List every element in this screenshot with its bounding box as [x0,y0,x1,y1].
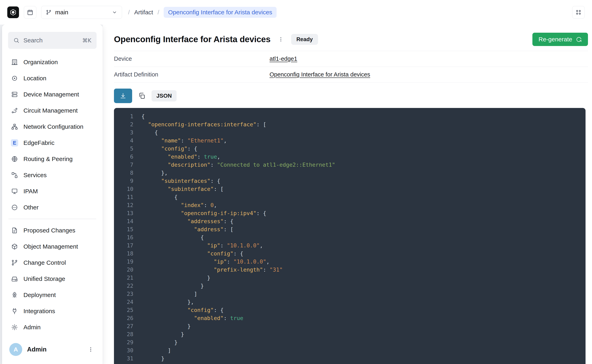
copy-button[interactable] [138,92,146,99]
code-text: "ip": "10.1.0.0", [133,241,263,250]
code-text: "subinterface": [ [133,185,223,193]
code-text: "enabled": true [133,314,243,322]
calendar-button[interactable] [24,6,36,19]
sidebar-item-routing-peering[interactable]: Routing & Peering [8,151,97,167]
breadcrumb-separator: / [128,9,130,16]
sidebar-item-ipam[interactable]: IPAM [8,183,97,199]
line-number: 18 [114,250,133,258]
sidebar-item-circuit-management[interactable]: Circuit Management [8,103,97,119]
app-logo[interactable] [7,6,19,18]
sidebar-item-integrations[interactable]: Integrations [8,303,97,319]
sidebar-item-label: Object Management [23,243,78,250]
line-number: 10 [114,185,133,193]
cube-icon [11,243,18,250]
sidebar-item-edgefabric[interactable]: EEdgeFabric [8,135,97,151]
code-text: { [133,234,204,241]
code-text: "addresses": { [133,217,233,225]
code-text: { [133,193,178,201]
code-text: } [133,330,184,338]
code-text: "subinterfaces": { [133,177,220,185]
sidebar-item-device-management[interactable]: Device Management [8,86,97,103]
sidebar-item-object-management[interactable]: Object Management [8,239,97,255]
sidebar-item-deployment[interactable]: Deployment [8,287,97,303]
apps-grid-button[interactable] [572,6,585,19]
download-button[interactable] [114,89,132,103]
chevron-down-icon [112,9,117,15]
user-name: Admin [27,346,81,353]
other-icon [11,204,18,211]
sidebar-item-unified-storage[interactable]: Unified Storage [8,271,97,287]
code-line: 14 "addresses": { [114,217,585,225]
sidebar-item-label: Admin [23,324,40,331]
kebab-icon [88,346,94,352]
sidebar-item-label: Integrations [23,308,55,315]
building-icon [11,58,18,66]
gear-icon [11,324,18,331]
search-placeholder: Search [23,37,78,44]
sidebar-menu: OrganizationLocationDevice ManagementCir… [8,54,97,339]
proposed-changes-icon [11,227,18,234]
sidebar-item-label: Change Control [23,259,66,266]
line-number: 30 [114,346,133,355]
code-text: "openconfig-if-ip:ipv4": { [133,209,266,217]
sidebar-item-location[interactable]: Location [8,70,97,86]
breadcrumb-item-openconfig-interface-for-arista-devices[interactable]: Openconfig Interface for Arista devices [164,7,277,18]
line-number: 6 [114,153,133,161]
sidebar-item-network-configuration[interactable]: Network Configuration [8,119,97,135]
code-line: 11 { [114,193,585,201]
line-number: 11 [114,193,133,201]
code-line: 16 { [114,234,585,241]
sidebar-item-admin[interactable]: Admin [8,319,97,335]
code-text: "config": { [133,145,197,153]
line-number: 12 [114,201,133,209]
branch-selector[interactable]: main [41,6,122,19]
code-text: "description": "Connected to atl1-edge2:… [133,161,335,169]
sidebar-item-proposed-changes[interactable]: Proposed Changes [8,222,97,239]
code-line: 1{ [114,112,585,120]
edgefabric-icon: E [11,139,18,146]
code-line: 3 { [114,129,585,136]
line-number: 9 [114,177,133,185]
copy-icon [138,92,146,99]
code-panel[interactable]: 1{2 "openconfig-interfaces:interface": [… [114,108,585,364]
line-number: 3 [114,129,133,136]
sidebar-item-other[interactable]: Other [8,199,97,215]
regenerate-button[interactable]: Re-generate [532,33,588,46]
code-line: 19 "ip": "10.1.0.0", [114,258,585,266]
sidebar-item-label: IPAM [23,188,38,195]
sidebar-item-change-control[interactable]: Change Control [8,255,97,271]
search-input[interactable]: Search ⌘K [8,32,97,49]
field-value-link[interactable]: atl1-edge1 [269,55,297,62]
code-text: ] [133,346,171,355]
sidebar: Search ⌘K OrganizationLocationDevice Man… [2,25,103,364]
code-line: 27 } [114,322,585,330]
code-line: 23 ] [114,290,585,298]
branch-name: main [55,9,108,16]
apps-grid-icon [575,9,582,16]
format-chip[interactable]: JSON [152,90,177,102]
code-toolbar: JSON [114,89,588,103]
line-number: 29 [114,338,133,346]
code-line: 13 "openconfig-if-ip:ipv4": { [114,209,585,217]
field-value-link[interactable]: Openconfig Interface for Arista devices [269,71,370,78]
page-header: Openconfig Interface for Arista devices … [114,33,588,46]
user-menu-button[interactable] [86,345,95,354]
field-label: Device [114,55,269,62]
line-number: 8 [114,169,133,177]
breadcrumb-item-artifact[interactable]: Artifact [134,9,153,16]
code-line: 5 "config": { [114,145,585,153]
code-line: 28 } [114,330,585,338]
breadcrumb-separator: / [158,9,159,16]
integrations-icon [11,307,18,315]
user-row: A Admin [8,339,97,360]
code-line: 24 }, [114,298,585,306]
code-text: "ip": "10.1.0.0", [133,258,269,266]
title-menu-button[interactable] [276,35,285,44]
sidebar-item-label: Circuit Management [23,107,78,114]
line-number: 32 [114,363,133,364]
sidebar-item-label: Organization [23,59,58,65]
code-text: "openconfig-interfaces:interface": [ [133,120,266,129]
sidebar-item-organization[interactable]: Organization [8,54,97,70]
code-text: "name": "Ethernet1", [133,136,227,145]
sidebar-item-services[interactable]: Services [8,167,97,183]
